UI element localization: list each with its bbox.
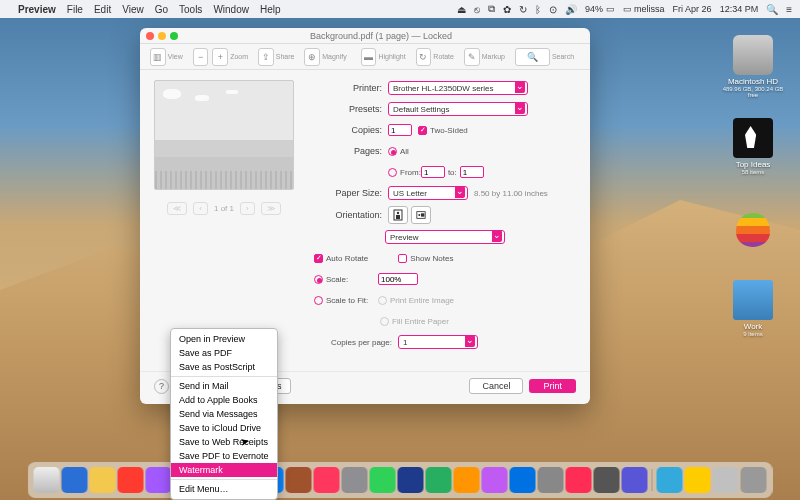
go-menu[interactable]: Go <box>155 4 168 15</box>
last-page-button[interactable]: ≫ <box>261 202 281 215</box>
dock-icon[interactable] <box>482 467 508 493</box>
app-store-dock-icon[interactable] <box>62 467 88 493</box>
prev-page-button[interactable]: ‹ <box>193 202 208 215</box>
dock-icon[interactable] <box>622 467 648 493</box>
print-button[interactable]: Print <box>529 379 576 393</box>
view-menu[interactable]: View <box>122 4 144 15</box>
highlight-button[interactable]: ▬ <box>361 48 377 66</box>
dock-icon[interactable] <box>594 467 620 493</box>
markup-button[interactable]: ✎ <box>464 48 480 66</box>
auto-rotate-checkbox[interactable] <box>314 254 323 263</box>
dock-icon[interactable] <box>538 467 564 493</box>
portrait-button[interactable] <box>388 206 408 224</box>
paper-size-label: Paper Size: <box>314 188 388 198</box>
dock-icon[interactable] <box>342 467 368 493</box>
titlebar[interactable]: Background.pdf (1 page) — Locked <box>140 28 590 44</box>
time-display[interactable]: 12:34 PM <box>720 4 759 14</box>
menu-save-pdf-to-evernote[interactable]: Save PDF to Evernote <box>171 449 277 463</box>
next-page-button[interactable]: › <box>240 202 255 215</box>
help-menu[interactable]: Help <box>260 4 281 15</box>
app-menu[interactable]: Preview <box>18 4 56 15</box>
pages-from-input[interactable] <box>421 166 445 178</box>
menu-send-in-mail[interactable]: Send in Mail <box>171 379 277 393</box>
paper-size-select[interactable]: US Letter <box>388 186 468 200</box>
dropbox-icon[interactable]: ⧉ <box>488 3 495 15</box>
status-icon[interactable]: ⏏ <box>457 4 466 15</box>
trash-dock-icon[interactable] <box>741 467 767 493</box>
presets-select[interactable]: Default Settings <box>388 102 528 116</box>
dock-icon[interactable] <box>454 467 480 493</box>
wifi-icon[interactable]: ⊙ <box>549 4 557 15</box>
cancel-button[interactable]: Cancel <box>469 378 523 394</box>
tools-menu[interactable]: Tools <box>179 4 202 15</box>
top-ideas-folder[interactable]: Top Ideas 58 items <box>722 118 784 175</box>
menu-watermark[interactable]: Watermark <box>171 463 277 477</box>
date-display[interactable]: Fri Apr 26 <box>673 4 712 14</box>
pages-range-radio[interactable] <box>388 168 397 177</box>
landscape-button[interactable] <box>411 206 431 224</box>
fit-image-radio <box>378 296 387 305</box>
menu-send-via-messages[interactable]: Send via Messages <box>171 407 277 421</box>
scale-radio[interactable] <box>314 275 323 284</box>
minimize-button[interactable] <box>158 32 166 40</box>
finder-dock-icon[interactable] <box>34 467 60 493</box>
printer-select[interactable]: Brother HL-L2350DW series <box>388 81 528 95</box>
view-button[interactable]: ▥ <box>150 48 166 66</box>
menu-add-to-apple-books[interactable]: Add to Apple Books <box>171 393 277 407</box>
menubar: Preview File Edit View Go Tools Window H… <box>0 0 800 18</box>
close-button[interactable] <box>146 32 154 40</box>
dock-icon[interactable] <box>118 467 144 493</box>
menu-save-as-postscript[interactable]: Save as PostScript <box>171 360 277 374</box>
pages-all-radio[interactable] <box>388 147 397 156</box>
menu-edit-menu[interactable]: Edit Menu… <box>171 482 277 496</box>
dock-icon[interactable] <box>146 467 172 493</box>
bluetooth-icon[interactable]: ᛒ <box>535 4 541 15</box>
dock-icon[interactable] <box>713 467 739 493</box>
copies-input[interactable] <box>388 124 412 136</box>
scale-input[interactable] <box>378 273 418 285</box>
dock-icon[interactable] <box>370 467 396 493</box>
file-menu[interactable]: File <box>67 4 83 15</box>
status-icon[interactable]: ⎋ <box>474 4 480 15</box>
rotate-button[interactable]: ↻ <box>416 48 432 66</box>
battery-status[interactable]: 94% ▭ <box>585 4 615 14</box>
maximize-button[interactable] <box>170 32 178 40</box>
zoom-in-button[interactable]: + <box>212 48 228 66</box>
scale-fit-radio[interactable] <box>314 296 323 305</box>
status-icon[interactable]: ✿ <box>503 4 511 15</box>
menu-save-to-web-receipts[interactable]: Save to Web Receipts <box>171 435 277 449</box>
search-field[interactable]: 🔍 <box>515 48 550 66</box>
pages-to-input[interactable] <box>460 166 484 178</box>
dock-icon[interactable] <box>286 467 312 493</box>
zoom-out-button[interactable]: − <box>193 48 209 66</box>
work-folder[interactable]: Work 9 items <box>722 280 784 337</box>
dock-icon[interactable] <box>90 467 116 493</box>
apple-logo-icon[interactable] <box>722 210 784 252</box>
magnify-button[interactable]: ⊕ <box>304 48 320 66</box>
help-button[interactable]: ? <box>154 379 169 394</box>
edit-menu[interactable]: Edit <box>94 4 111 15</box>
user-menu[interactable]: ▭ melissa <box>623 4 665 14</box>
show-notes-checkbox[interactable] <box>398 254 407 263</box>
spotlight-icon[interactable]: 🔍 <box>766 4 778 15</box>
word-dock-icon[interactable] <box>398 467 424 493</box>
macintosh-hd-icon[interactable]: Macintosh HD 489.96 GB, 300.24 GB free <box>722 35 784 98</box>
downloads-dock-icon[interactable] <box>657 467 683 493</box>
copies-per-page-select[interactable]: 1 <box>398 335 478 349</box>
menu-save-to-icloud[interactable]: Save to iCloud Drive <box>171 421 277 435</box>
timemachine-icon[interactable]: ↻ <box>519 4 527 15</box>
excel-dock-icon[interactable] <box>426 467 452 493</box>
dock-icon[interactable] <box>685 467 711 493</box>
menu-open-in-preview[interactable]: Open in Preview <box>171 332 277 346</box>
dock-icon[interactable] <box>510 467 536 493</box>
volume-icon[interactable]: 🔊 <box>565 4 577 15</box>
window-menu[interactable]: Window <box>213 4 249 15</box>
dock-icon[interactable] <box>314 467 340 493</box>
first-page-button[interactable]: ≪ <box>167 202 187 215</box>
dock-icon[interactable] <box>566 467 592 493</box>
two-sided-checkbox[interactable] <box>418 126 427 135</box>
notification-icon[interactable]: ≡ <box>786 4 792 15</box>
section-select[interactable]: Preview <box>385 230 505 244</box>
menu-save-as-pdf[interactable]: Save as PDF <box>171 346 277 360</box>
share-button[interactable]: ⇪ <box>258 48 274 66</box>
